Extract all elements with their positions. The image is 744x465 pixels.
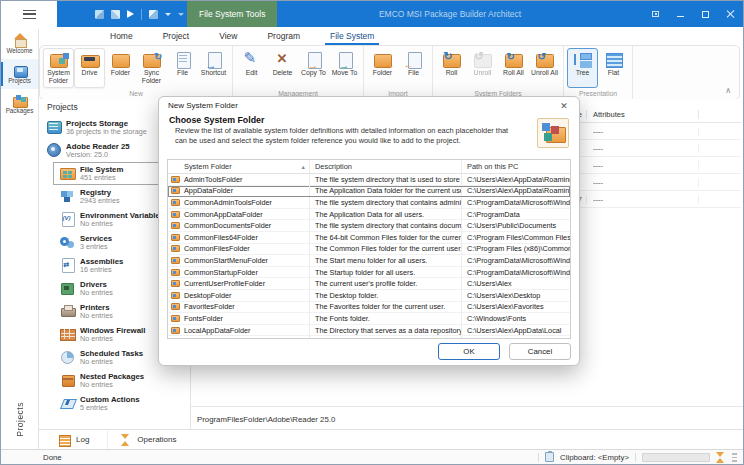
- progress-placeholder: [642, 453, 710, 462]
- deploy-icon[interactable]: [149, 10, 158, 19]
- system-folder-name: CommonDocumentsFolder: [184, 221, 271, 230]
- toolbar-dropdown-icon[interactable]: [165, 13, 171, 16]
- ribbon-button[interactable]: Folder: [367, 48, 398, 88]
- ribbon-button-label: File: [177, 69, 188, 77]
- system-folder-row[interactable]: CommonFilesFolder The Common Files folde…: [168, 244, 570, 256]
- ribbon-button-label: File: [408, 69, 419, 77]
- ribbon-button-label: Unroll All: [531, 69, 558, 77]
- cancel-button[interactable]: Cancel: [509, 343, 571, 360]
- ribbon-tab[interactable]: File System: [315, 27, 389, 45]
- ribbon-button[interactable]: File: [167, 48, 198, 88]
- system-folder-path: C:\Users\Alex\AppData\Roaming\Micr...: [462, 174, 570, 185]
- system-folder-row[interactable]: CommonStartMenuFolder The Start menu fol…: [168, 255, 570, 267]
- system-folder-row[interactable]: AdminToolsFolder The file system directo…: [168, 174, 570, 186]
- ribbon-button[interactable]: Roll: [436, 48, 467, 88]
- system-folder-name: LocalAppDataFolder: [184, 326, 251, 335]
- ribbon-tab[interactable]: Home: [95, 27, 148, 45]
- system-folder-name: FontsFolder: [184, 314, 223, 323]
- system-folder-description: The Common Files folder for the current …: [310, 244, 462, 255]
- ribbon-tab[interactable]: Program: [252, 27, 315, 45]
- ribbon-button[interactable]: Copy To: [298, 48, 329, 88]
- ribbon-button[interactable]: Roll All: [498, 48, 529, 88]
- bottom-tab[interactable]: Log: [47, 430, 101, 449]
- resize-grip[interactable]: [732, 453, 737, 462]
- system-folder-row[interactable]: AppDataFolder The Application Data folde…: [168, 186, 570, 198]
- ribbon-tab[interactable]: View: [204, 27, 252, 45]
- folder-icon: [171, 280, 180, 287]
- flat-icon: [602, 51, 626, 68]
- ribbon-button[interactable]: File: [398, 48, 429, 88]
- project-tree-item[interactable]: Nested Packages No entries: [53, 369, 190, 392]
- system-folder-row[interactable]: CommonStartupFolder The Startup folder f…: [168, 267, 570, 279]
- collapse-ribbon-icon[interactable]: ∧: [725, 86, 731, 95]
- tree-item-sub: No entries: [80, 358, 143, 367]
- system-folder-description: The Application Data for all users.: [310, 209, 462, 220]
- ribbon-button[interactable]: Folder: [105, 48, 136, 88]
- ribbon-button[interactable]: Move To: [329, 48, 360, 88]
- maximize-icon[interactable]: [700, 9, 710, 19]
- ribbon-button[interactable]: Sync Folder: [136, 48, 167, 88]
- close-icon[interactable]: [725, 9, 735, 19]
- side-tab-projects[interactable]: Projects: [1, 402, 39, 437]
- system-folder-row[interactable]: CommonDocumentsFolder The file system di…: [168, 220, 570, 232]
- system-folder-path: C:\Users\Alex\AppData\Local: [462, 325, 570, 336]
- activity-bar-item[interactable]: Projects: [1, 59, 38, 89]
- ribbon-button[interactable]: Shortcut: [198, 48, 229, 88]
- context-tab-file-system-tools[interactable]: File System Tools: [187, 1, 277, 27]
- ribbon-button[interactable]: Edit: [236, 48, 267, 88]
- delete-icon: [271, 51, 295, 68]
- tree-item-sub: No entries: [80, 220, 164, 229]
- folder-icon: [171, 176, 180, 183]
- ribbon-button[interactable]: Unroll All: [529, 48, 560, 88]
- welcome-icon: [12, 34, 28, 46]
- ribbon-button[interactable]: Tree: [567, 48, 598, 88]
- system-folder-name: CommonFiles64Folder: [184, 233, 258, 242]
- ribbon-button[interactable]: Unroll: [467, 48, 498, 88]
- system-folder-row[interactable]: FontsFolder The Fonts folder. C:\Windows…: [168, 313, 570, 325]
- ribbon-button[interactable]: Flat: [598, 48, 629, 88]
- column-header-attributes[interactable]: Attributes: [587, 110, 699, 119]
- system-folder-row[interactable]: FavoritesFolder The Favorites folder for…: [168, 302, 570, 314]
- main-menu-button[interactable]: [1, 1, 57, 27]
- column-header-description[interactable]: Description: [310, 160, 462, 173]
- ribbon-button-label: Roll: [446, 69, 458, 77]
- activity-bar-item[interactable]: Welcome: [1, 29, 38, 59]
- run-icon[interactable]: [127, 10, 134, 18]
- column-header-system-folder[interactable]: System Folder ▲: [168, 160, 310, 173]
- ribbon-tab[interactable]: Project: [148, 27, 204, 45]
- tree-item-sub: No entries: [80, 381, 144, 390]
- system-folder-row[interactable]: DesktopFolder The Desktop folder. C:\Use…: [168, 290, 570, 302]
- ribbon-button-label: Drive: [82, 69, 98, 77]
- build-package-icon[interactable]: [111, 10, 120, 19]
- system-folder-path: C:\ProgramData: [462, 209, 570, 220]
- system-folder-row[interactable]: MyPicturesFolder The My Pictures folder.…: [168, 336, 570, 339]
- system-folder-description: The 64-bit Common Files folder for the c…: [310, 232, 462, 243]
- save-project-icon[interactable]: [95, 10, 104, 19]
- drive-icon: [78, 51, 102, 68]
- printers-icon: [60, 304, 75, 317]
- ribbon-button-label: System Folder: [44, 69, 73, 85]
- file-attributes-cell: ----: [587, 178, 699, 187]
- column-header-path[interactable]: Path on this PC: [462, 160, 570, 173]
- activity-bar-item[interactable]: Packages: [1, 89, 38, 119]
- dialog-close-icon[interactable]: ✕: [558, 101, 570, 111]
- project-tree-item[interactable]: Custom Actions 5 entries: [53, 392, 190, 415]
- tasks-icon: [60, 350, 75, 363]
- tree-item-sub: 2943 entries: [80, 197, 120, 206]
- system-folder-row[interactable]: CommonFiles64Folder The 64-bit Common Fi…: [168, 232, 570, 244]
- ribbon-button[interactable]: Delete: [267, 48, 298, 88]
- minimize-icon[interactable]: [675, 9, 685, 19]
- ok-button[interactable]: OK: [438, 343, 500, 360]
- customize-toolbar-icon[interactable]: [178, 13, 184, 16]
- system-folder-row[interactable]: CommonAppDataFolder The Application Data…: [168, 209, 570, 221]
- ribbon-tab-bar: HomeProjectViewProgramFile System: [57, 27, 743, 45]
- ribbon-button[interactable]: System Folder: [43, 48, 74, 88]
- system-folder-row[interactable]: CommonAdminToolsFolder The file system d…: [168, 197, 570, 209]
- system-folder-row[interactable]: LocalAppDataFolder The Directory that se…: [168, 325, 570, 337]
- ribbon-button[interactable]: Drive: [74, 48, 105, 88]
- system-folder-row[interactable]: CurrentUserProfileFolder The current use…: [168, 278, 570, 290]
- ribbon-button-label: Delete: [273, 69, 293, 77]
- dock-window-icon[interactable]: [650, 9, 660, 19]
- bottom-tab[interactable]: Operations: [107, 430, 188, 449]
- hamburger-icon: [23, 10, 36, 19]
